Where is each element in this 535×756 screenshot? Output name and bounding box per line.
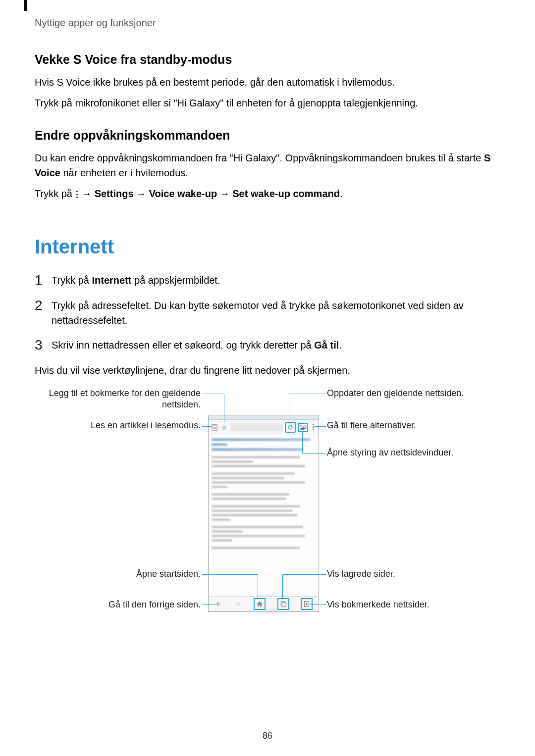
more-options-icon — [76, 191, 78, 199]
more-options-icon — [310, 423, 317, 432]
text: → — [217, 188, 232, 199]
page-header: Nyttige apper og funksjoner — [35, 17, 500, 29]
text: på appskjermbildet. — [132, 275, 220, 286]
callout-saved: Vis lagrede sider. — [327, 568, 485, 580]
text: når enheten er i hvilemodus. — [60, 167, 188, 178]
leader-line — [289, 394, 326, 394]
forward-icon — [234, 600, 242, 608]
text: . — [340, 188, 343, 199]
paragraph: Hvis du vil vise verktøylinjene, drar du… — [35, 363, 500, 378]
leader-line — [282, 574, 326, 575]
page-content-placeholder — [209, 435, 319, 595]
svg-rect-8 — [282, 602, 286, 606]
leader-line — [258, 574, 258, 598]
bookmarks-icon — [301, 598, 313, 610]
leader-line — [302, 431, 303, 453]
text-bold: Voice wake-up — [149, 188, 217, 199]
callout-back: Gå til den forrige siden. — [35, 599, 201, 610]
status-bar — [209, 415, 319, 420]
list-item: 2 Trykk på adressefeltet. Du kan bytte s… — [35, 298, 500, 328]
paragraph: Du kan endre oppvåkningskommandoen fra "… — [35, 151, 500, 180]
step-text: Trykk på adressefeltet. Du kan bytte søk… — [52, 298, 500, 328]
paragraph: Trykk på → Settings → Voice wake-up → Se… — [35, 186, 500, 201]
browser-diagram: 2 — [35, 388, 500, 625]
text: Trykk på — [35, 188, 75, 199]
address-bar — [230, 423, 283, 431]
paragraph: Trykk på mikrofonikonet eller si "Hi Gal… — [35, 96, 500, 110]
step-number: 2 — [35, 298, 52, 328]
subheading-svoice-wake: Vekke S Voice fra standby-modus — [35, 52, 500, 67]
list-item: 3 Skriv inn nettadressen eller et søkeor… — [35, 338, 500, 353]
leader-line — [202, 394, 224, 394]
saved-pages-icon — [277, 598, 289, 610]
step-number: 3 — [35, 338, 52, 353]
page-number: 86 — [0, 731, 535, 741]
subheading-change-wake: Endre oppvåkningskommandoen — [35, 128, 500, 143]
text: Trykk på — [52, 275, 92, 286]
leader-line — [282, 574, 283, 598]
step-number: 1 — [35, 273, 52, 288]
leader-line — [289, 394, 289, 421]
text: . — [339, 340, 342, 351]
step-text: Trykk på Internett på appskjermbildet. — [52, 273, 500, 288]
leader-line — [302, 453, 326, 454]
callout-windows: Åpne styring av nettsidevinduer. — [327, 447, 495, 458]
svg-text:2: 2 — [302, 425, 304, 428]
text-bold: Internett — [92, 275, 132, 286]
back-icon — [214, 600, 222, 608]
callout-bookmarked: Vis bokmerkede nettsider. — [327, 599, 485, 610]
text: → — [134, 188, 149, 199]
text-bold: Gå til — [314, 340, 339, 351]
section-title-internett: Internett — [35, 236, 500, 258]
home-icon — [254, 598, 266, 610]
numbered-list: 1 Trykk på Internett på appskjermbildet.… — [35, 273, 500, 353]
leader-line — [315, 426, 326, 427]
text-bold: Set wake-up command — [232, 188, 340, 199]
list-item: 1 Trykk på Internett på appskjermbildet. — [35, 273, 500, 288]
bookmark-star-icon — [220, 423, 228, 431]
browser-bottombar — [209, 596, 319, 611]
step-text: Skriv inn nettadressen eller et søkeord,… — [52, 338, 500, 353]
leader-line — [310, 605, 326, 605]
callout-reader: Les en artikkel i lesemodus. — [35, 420, 201, 431]
text: Skriv inn nettadressen eller et søkeord,… — [52, 340, 314, 351]
reader-mode-icon — [211, 423, 218, 431]
callout-bookmark: Legg til et bokmerke for den gjeldende n… — [35, 388, 201, 411]
windows-icon: 2 — [298, 423, 308, 432]
paragraph: Hvis S Voice ikke brukes på en bestemt p… — [35, 75, 500, 90]
text-bold: Settings — [95, 188, 134, 199]
callout-refresh: Oppdater den gjeldende nettsiden. — [327, 388, 485, 399]
text: → — [79, 188, 95, 199]
callout-more: Gå til flere alternativer. — [327, 420, 485, 431]
callout-home: Åpne startsiden. — [35, 568, 201, 580]
leader-line — [202, 426, 212, 427]
refresh-icon — [285, 422, 296, 433]
leader-line — [224, 394, 224, 422]
leader-line — [202, 605, 216, 605]
leader-line — [202, 574, 258, 575]
text: Du kan endre oppvåkningskommandoen fra "… — [35, 152, 484, 163]
